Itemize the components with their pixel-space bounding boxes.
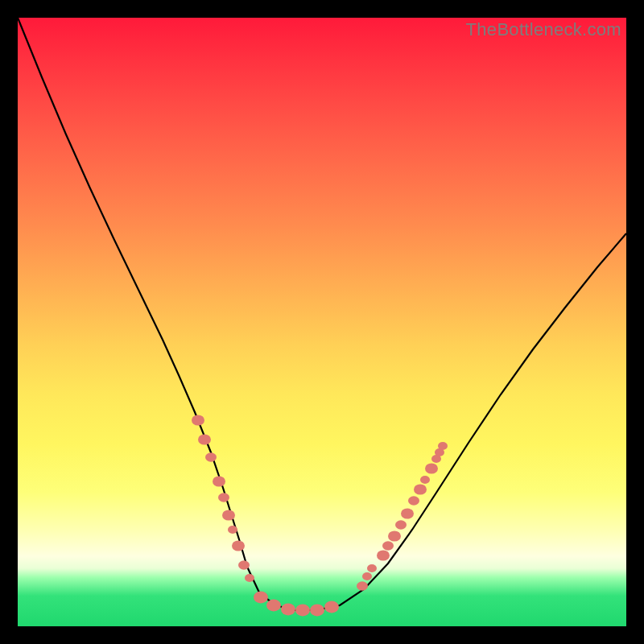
curve-layer <box>18 18 626 626</box>
bead <box>395 520 407 529</box>
bead <box>228 526 237 534</box>
bead <box>414 484 427 494</box>
bead <box>357 581 368 590</box>
bead <box>218 493 229 502</box>
bead <box>198 434 211 444</box>
bead <box>324 601 339 613</box>
bottleneck-curve <box>18 18 626 610</box>
bead <box>310 605 324 617</box>
chart-frame: TheBottleneck.com <box>0 0 644 644</box>
bead <box>420 476 430 484</box>
bead <box>192 415 204 425</box>
bead <box>438 442 448 450</box>
bead <box>266 600 281 612</box>
bead <box>401 508 414 518</box>
bead <box>362 572 372 580</box>
bead <box>238 560 250 569</box>
bead <box>245 574 254 582</box>
bead <box>281 604 295 616</box>
bead <box>254 592 268 604</box>
bead <box>408 496 419 505</box>
bead <box>205 452 217 461</box>
bead <box>382 541 394 550</box>
bead <box>377 550 390 560</box>
bead <box>295 605 310 617</box>
bead <box>213 476 225 486</box>
beads-bottom-group <box>254 592 339 617</box>
bead <box>232 540 245 551</box>
bead <box>367 564 377 572</box>
plot-area: TheBottleneck.com <box>18 18 626 626</box>
bead <box>425 463 438 473</box>
bead <box>388 530 401 541</box>
beads-right-group <box>357 442 448 591</box>
bead <box>222 510 235 520</box>
